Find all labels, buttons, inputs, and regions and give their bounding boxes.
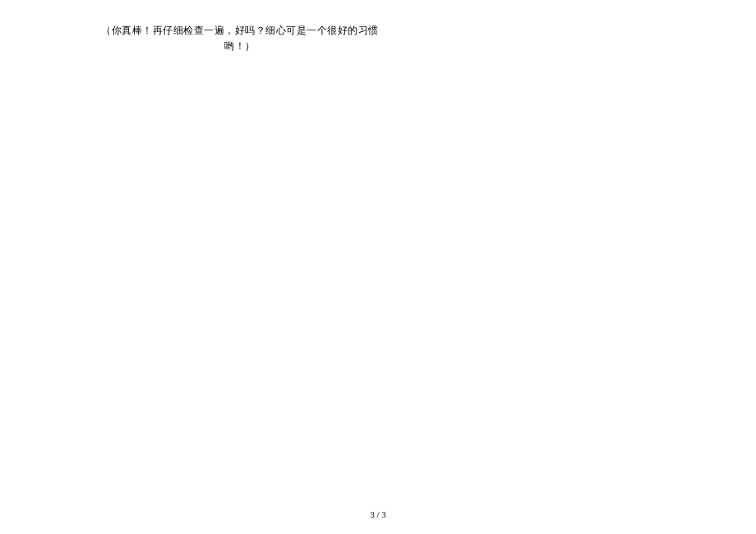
body-text: （你真棒！再仔细检查一遍，好吗？细心可是一个很好的习惯 哟！） xyxy=(100,23,380,54)
text-line-2: 哟！） xyxy=(224,40,256,52)
page-number-footer: 3 / 3 xyxy=(0,509,756,519)
text-line-1: （你真棒！再仔细检查一遍，好吗？细心可是一个很好的习惯 xyxy=(101,25,379,36)
page-number-text: 3 / 3 xyxy=(370,509,386,519)
